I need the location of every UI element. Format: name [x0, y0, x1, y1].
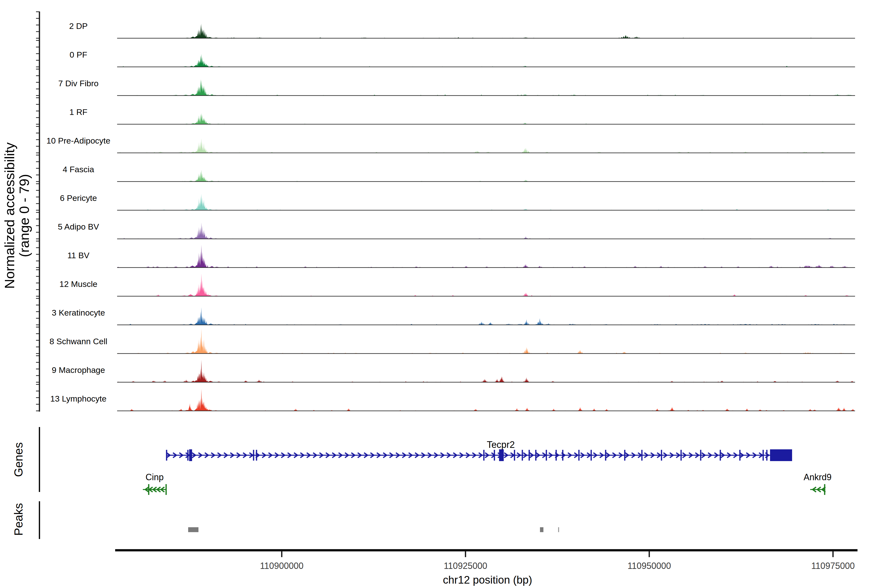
- exon-tick: [166, 484, 167, 495]
- gene-ankrd9: Ankrd9: [804, 472, 831, 495]
- peak-region-box: [558, 527, 559, 532]
- exon-tick: [253, 450, 254, 460]
- exon-tick: [494, 450, 495, 460]
- track-0-pf: 0 PF: [70, 50, 855, 67]
- track-signal-10-pre-adipocyte: [117, 138, 855, 153]
- exon-tick: [529, 450, 530, 460]
- track-label-2-dp: 2 DP: [69, 21, 88, 31]
- x-tick-label: 110975000: [811, 561, 855, 571]
- track-label-7-div-fibro: 7 Div Fibro: [58, 79, 99, 88]
- exon-tick: [641, 450, 643, 460]
- exon-tick: [720, 450, 721, 460]
- exon-block: [499, 449, 504, 461]
- gene-name-cinp: Cinp: [146, 472, 164, 482]
- track-signal-1-rf: [117, 113, 855, 124]
- track-signal-13-lymphocyte: [117, 389, 855, 411]
- track-2-dp: 2 DP: [69, 21, 855, 38]
- track-signal-3-keratinocyte: [117, 307, 855, 325]
- track-11-bv: 11 BV: [68, 245, 855, 267]
- track-4-fascia: 4 Fascia: [63, 165, 855, 182]
- x-tick-label: 110925000: [444, 561, 487, 571]
- track-5-adipo-bv: 5 Adipo BV: [58, 222, 855, 239]
- exon-tick: [522, 450, 523, 460]
- track-signal-9-macrophage: [117, 360, 855, 382]
- accessibility-axis: [36, 12, 39, 539]
- gene-name-tecpr2: Tecpr2: [487, 440, 515, 450]
- track-signal-4-fascia: [117, 170, 855, 182]
- track-1-rf: 1 RF: [69, 107, 855, 124]
- track-signal-11-bv: [117, 245, 855, 267]
- track-label-13-lymphocyte: 13 Lymphocyte: [50, 394, 106, 403]
- exon-tick: [739, 450, 740, 460]
- y-axis-title-line1: Normalized accessibility: [2, 142, 17, 289]
- x-tick-label: 110950000: [627, 561, 671, 571]
- gene-name-ankrd9: Ankrd9: [804, 472, 831, 482]
- exon-tick: [624, 450, 626, 460]
- x-tick-label: 110900000: [260, 561, 303, 571]
- exon-tick: [562, 450, 563, 460]
- track-3-keratinocyte: 3 Keratinocyte: [52, 307, 855, 325]
- track-signal-7-div-fibro: [117, 79, 855, 96]
- x-axis-title: chr12 position (bp): [443, 574, 532, 586]
- track-signal-6-pericyte: [117, 194, 855, 210]
- exon-tick: [763, 450, 764, 460]
- track-13-lymphocyte: 13 Lymphocyte: [50, 389, 855, 411]
- track-label-8-schwann-cell: 8 Schwann Cell: [50, 337, 107, 346]
- exon-tick: [148, 484, 150, 495]
- exon-tick: [555, 450, 556, 460]
- gene-cinp: Cinp: [143, 472, 167, 495]
- track-6-pericyte: 6 Pericyte: [60, 193, 855, 210]
- exon-tick: [546, 450, 547, 460]
- track-label-12-muscle: 12 Muscle: [60, 279, 98, 289]
- exon-tick: [824, 484, 825, 495]
- track-9-macrophage: 9 Macrophage: [52, 360, 855, 382]
- track-label-10-pre-adipocyte: 10 Pre-Adipocyte: [46, 136, 111, 145]
- track-label-6-pericyte: 6 Pericyte: [60, 193, 97, 202]
- track-8-schwann-cell: 8 Schwann Cell: [50, 328, 855, 354]
- exon-tick: [578, 450, 579, 460]
- accessibility-figure: 2 DP0 PF7 Div Fibro1 RF10 Pre-Adipocyte4…: [0, 0, 882, 588]
- genes-layer: Tecpr2CinpAnkrd9: [143, 440, 831, 495]
- peak-region-box: [540, 527, 543, 532]
- exon-block: [189, 449, 192, 461]
- track-7-div-fibro: 7 Div Fibro: [58, 79, 855, 96]
- track-label-0-pf: 0 PF: [70, 50, 87, 59]
- track-label-5-adipo-bv: 5 Adipo BV: [58, 222, 99, 231]
- exon-tick: [605, 450, 606, 460]
- track-label-4-fascia: 4 Fascia: [63, 165, 94, 174]
- y-axis-title-line2: (range 0 - 79): [16, 174, 32, 257]
- track-label-1-rf: 1 RF: [69, 107, 87, 117]
- exon-tick: [680, 450, 682, 460]
- exon-tick: [166, 450, 167, 460]
- track-10-pre-adipocyte: 10 Pre-Adipocyte: [46, 136, 855, 153]
- track-label-3-keratinocyte: 3 Keratinocyte: [52, 308, 105, 317]
- x-axis: 110900000110925000110950000110975000: [115, 550, 858, 571]
- exon-tick: [661, 450, 662, 460]
- exon-tick: [591, 450, 592, 460]
- sidebar-peaks-label: Peaks: [12, 503, 25, 536]
- exon-tick: [766, 450, 768, 460]
- track-label-9-macrophage: 9 Macrophage: [52, 365, 105, 375]
- track-signal-2-dp: [117, 24, 855, 38]
- exon-tick: [187, 450, 188, 460]
- peaks-layer: [188, 527, 559, 532]
- track-12-muscle: 12 Muscle: [60, 274, 855, 296]
- tracks-layer: 2 DP0 PF7 Div Fibro1 RF10 Pre-Adipocyte4…: [46, 21, 855, 411]
- exon-tick: [256, 450, 257, 460]
- track-signal-12-muscle: [117, 274, 855, 296]
- exon-tick: [536, 450, 537, 460]
- exon-tick: [483, 450, 484, 460]
- sidebar-genes-label: Genes: [12, 442, 25, 477]
- track-signal-0-pf: [117, 54, 855, 67]
- track-signal-5-adipo-bv: [117, 222, 855, 239]
- exon-tick: [514, 450, 515, 460]
- gene-tecpr2: Tecpr2: [166, 440, 792, 461]
- track-label-11-bv: 11 BV: [68, 250, 89, 260]
- peak-region-box: [188, 527, 198, 532]
- exon-tick: [700, 450, 701, 460]
- track-signal-8-schwann-cell: [117, 328, 855, 354]
- exon-block: [770, 449, 792, 461]
